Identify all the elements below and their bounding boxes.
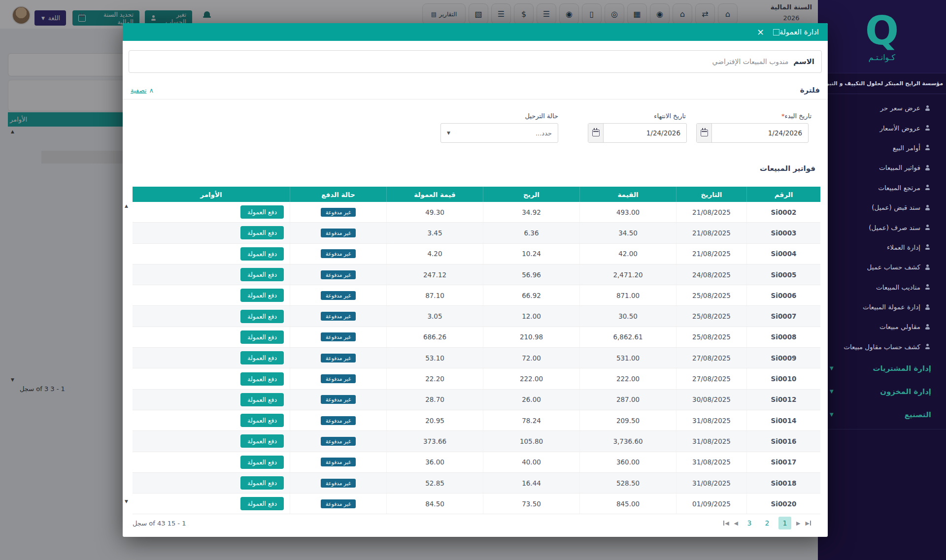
- invoice-value: 2,471.20: [579, 264, 676, 285]
- sidebar-section-header[interactable]: إدارة المخزون ▼: [818, 380, 946, 403]
- person-icon: [925, 264, 930, 270]
- pay-commission-button[interactable]: دفع العمولة: [240, 247, 284, 261]
- payment-status-cell: غير مدفوعة: [290, 348, 386, 368]
- status-badge: غير مدفوعة: [321, 291, 356, 300]
- column-header-date: التاريخ: [676, 187, 746, 202]
- person-icon: [925, 185, 930, 190]
- sidebar-item-label: فواتير المبيعات: [879, 164, 920, 171]
- sidebar-menu-item[interactable]: إدارة عمولة المبيعات: [818, 297, 946, 317]
- sidebar-menu-item[interactable]: سند قبض (عميل): [818, 198, 946, 217]
- pay-commission-button[interactable]: دفع العمولة: [240, 205, 284, 219]
- invoice-value: 222.00: [579, 368, 676, 389]
- first-page-button[interactable]: ◀: [723, 520, 729, 527]
- sidebar-section-header[interactable]: التصنيع ▼: [818, 403, 946, 426]
- invoice-number-link[interactable]: Si0018: [746, 473, 820, 493]
- invoice-value: 30.50: [579, 306, 676, 326]
- page-number-button[interactable]: 3: [743, 517, 756, 529]
- invoice-number-link[interactable]: Si0010: [746, 368, 820, 389]
- invoice-number-link[interactable]: Si0020: [746, 494, 820, 514]
- end-date-input[interactable]: 1/24/2026: [588, 123, 687, 143]
- last-page-button[interactable]: ▶: [806, 520, 811, 527]
- sidebar-menu-item[interactable]: مرتجع المبيعات: [818, 178, 946, 198]
- pay-commission-button[interactable]: دفع العمولة: [240, 497, 284, 510]
- table-row: Si0004 21/08/2025 42.00 10.24 4.20 غير م…: [133, 244, 820, 264]
- table-header-row: الرقم التاريخ القيمة الربح قيمة العمولة …: [133, 187, 820, 202]
- invoice-number-link[interactable]: Si0012: [746, 390, 820, 410]
- sidebar-menu-item[interactable]: أوامر البيع: [818, 138, 946, 158]
- actions-cell: دفع العمولة: [133, 327, 290, 347]
- invoice-number-link[interactable]: Si0008: [746, 327, 820, 347]
- pay-commission-button[interactable]: دفع العمولة: [240, 456, 284, 469]
- invoice-profit: 56.96: [483, 264, 579, 285]
- pay-commission-button[interactable]: دفع العمولة: [240, 414, 284, 427]
- collapse-filter-link[interactable]: تصفية ∧: [131, 87, 154, 94]
- pay-commission-button[interactable]: دفع العمولة: [240, 393, 284, 406]
- invoice-number-link[interactable]: Si0005: [746, 264, 820, 285]
- payment-status-cell: غير مدفوعة: [290, 368, 386, 389]
- invoice-number-link[interactable]: Si0009: [746, 348, 820, 368]
- invoice-number-link[interactable]: Si0004: [746, 244, 820, 264]
- calendar-picker-button[interactable]: [588, 124, 604, 142]
- invoice-date: 21/08/2025: [676, 202, 746, 222]
- invoice-number-link[interactable]: Si0002: [746, 202, 820, 222]
- invoice-date: 21/08/2025: [676, 244, 746, 264]
- commission-value: 686.26: [386, 327, 483, 347]
- pay-commission-button[interactable]: دفع العمولة: [240, 476, 284, 490]
- screen: اللغة ▼ تحديد السنة المالية تغير الحساب …: [0, 0, 946, 560]
- start-date-input[interactable]: 1/24/2026: [696, 123, 809, 143]
- invoice-date: 27/08/2025: [676, 348, 746, 368]
- pay-commission-button[interactable]: دفع العمولة: [240, 226, 284, 239]
- filter-title: فلترة: [800, 86, 820, 95]
- page-number-button[interactable]: 2: [761, 517, 774, 529]
- page-number-button[interactable]: 1: [778, 517, 791, 529]
- table-scroll-down-icon[interactable]: ▼: [125, 499, 128, 504]
- sidebar-item-label: كشف حساب مقاول مبيعات: [844, 343, 920, 351]
- person-icon: [925, 205, 930, 210]
- invoice-number-link[interactable]: Si0003: [746, 223, 820, 243]
- sidebar-menu-item[interactable]: إدارة العملاء: [818, 237, 946, 257]
- actions-cell: دفع العمولة: [133, 223, 290, 243]
- sidebar-section-header[interactable]: إدارة المشتريات ▼: [818, 357, 946, 380]
- close-icon[interactable]: ×: [757, 28, 764, 36]
- invoice-number-link[interactable]: Si0017: [746, 452, 820, 472]
- calendar-picker-button[interactable]: [697, 124, 712, 142]
- pay-commission-button[interactable]: دفع العمولة: [240, 330, 284, 344]
- sidebar-menu-item[interactable]: عروض الأسعار: [818, 118, 946, 137]
- invoice-number-link[interactable]: Si0006: [746, 285, 820, 305]
- sidebar-menu-item[interactable]: مناديب المبيعات: [818, 277, 946, 297]
- invoice-number-link[interactable]: Si0014: [746, 410, 820, 430]
- person-icon: [925, 225, 930, 230]
- payment-status-cell: غير مدفوعة: [290, 327, 386, 347]
- sidebar-menu-item[interactable]: كشف حساب عميل: [818, 257, 946, 277]
- actions-cell: دفع العمولة: [133, 390, 290, 410]
- person-icon: [925, 344, 930, 349]
- maximize-icon[interactable]: [773, 29, 779, 35]
- previous-page-button[interactable]: ◀: [734, 520, 738, 527]
- records-summary: 1 - 15 of 43 سجل: [133, 520, 186, 527]
- invoice-number-link[interactable]: Si0016: [746, 431, 820, 451]
- pay-commission-button[interactable]: دفع العمولة: [240, 310, 284, 323]
- invoice-value: 287.00: [579, 390, 676, 410]
- column-header-commission: قيمة العمولة: [386, 187, 483, 202]
- invoice-number-link[interactable]: Si0007: [746, 306, 820, 326]
- status-badge: غير مدفوعة: [321, 374, 356, 383]
- sidebar-menu-item[interactable]: مقاولي مبيعات: [818, 317, 946, 336]
- sidebar-menu-item[interactable]: فواتير المبيعات: [818, 158, 946, 177]
- invoice-date: 31/08/2025: [676, 452, 746, 472]
- pay-commission-button[interactable]: دفع العمولة: [240, 268, 284, 281]
- pay-commission-button[interactable]: دفع العمولة: [240, 434, 284, 448]
- pay-commission-button[interactable]: دفع العمولة: [240, 372, 284, 386]
- table-scroll-up-icon[interactable]: ▲: [125, 203, 128, 208]
- invoice-date: 24/08/2025: [676, 264, 746, 285]
- status-badge: غير مدفوعة: [321, 229, 356, 237]
- sidebar-section-label: إدارة المخزون: [880, 387, 931, 396]
- posting-status-select[interactable]: حدد... ▼: [440, 123, 558, 143]
- person-icon: [925, 125, 930, 131]
- pay-commission-button[interactable]: دفع العمولة: [240, 351, 284, 364]
- sidebar-menu-item[interactable]: كشف حساب مقاول مبيعات: [818, 337, 946, 357]
- sidebar-menu-item[interactable]: سند صرف (عميل): [818, 217, 946, 237]
- next-page-button[interactable]: ▶: [796, 520, 800, 527]
- pay-commission-button[interactable]: دفع العمولة: [240, 289, 284, 302]
- sidebar-menu-item[interactable]: عرض سعر حر: [818, 98, 946, 118]
- commission-management-modal: ادارة العمولة × الاسم مندوب المبيعات الإ…: [123, 23, 828, 537]
